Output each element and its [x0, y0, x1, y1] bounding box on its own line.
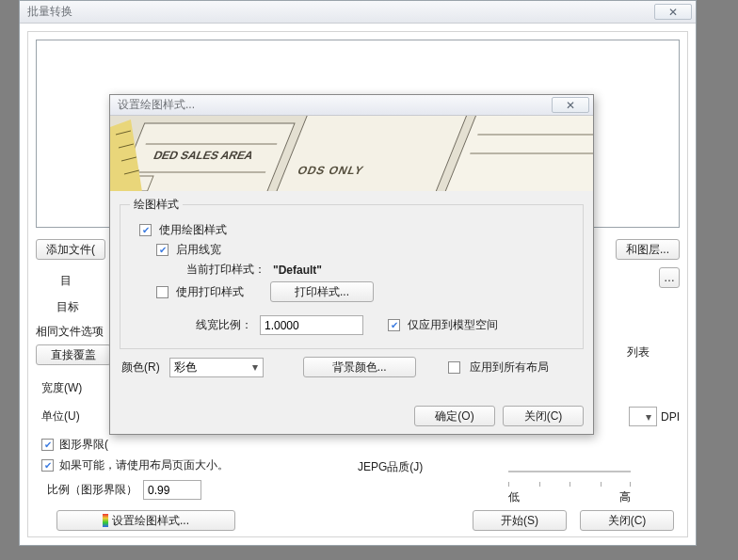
- batch-convert-title: 批量转换: [27, 4, 654, 20]
- apply-all-layouts-checkbox[interactable]: [448, 361, 460, 374]
- print-style-button[interactable]: 打印样式...: [270, 281, 374, 302]
- plot-styles-close-button[interactable]: ✕: [552, 97, 589, 113]
- set-plot-styles-label: 设置绘图样式...: [112, 513, 189, 529]
- set-plot-styles-button[interactable]: 设置绘图样式...: [56, 510, 235, 531]
- dpi-label: DPI: [661, 410, 680, 424]
- width-label: 宽度(W): [41, 380, 82, 396]
- layers-button[interactable]: 和图层...: [616, 239, 680, 260]
- apply-model-only-label: 仅应用到模型空间: [408, 317, 498, 333]
- color-select[interactable]: 彩色: [169, 358, 264, 377]
- jpeg-high-label: 高: [619, 489, 631, 505]
- enable-linewidth-checkbox[interactable]: [156, 244, 168, 256]
- same-file-options-label: 相同文件选项: [36, 324, 104, 340]
- batch-convert-titlebar: 批量转换 ✕: [20, 1, 696, 24]
- linewidth-ratio-input[interactable]: 1.0000: [260, 315, 363, 335]
- start-button[interactable]: 开始(S): [473, 510, 567, 531]
- close-button-bc[interactable]: 关闭(C): [580, 510, 674, 531]
- plot-style-group-legend: 绘图样式: [130, 197, 183, 213]
- close-icon: ✕: [566, 99, 575, 112]
- plot-style-group: 绘图样式 使用绘图样式 启用线宽 当前打印样式： "Default" 使用打印样…: [120, 197, 584, 349]
- use-layout-size-label: 如果可能，请使用布局页面大小。: [59, 457, 229, 473]
- direct-overwrite-button[interactable]: 直接覆盖: [36, 344, 111, 365]
- current-print-style-value: "Default": [273, 264, 322, 277]
- scale-label: 比例（图形界限）: [47, 482, 137, 498]
- plot-styles-banner: DED SALES AREA ODS ONLY: [110, 116, 593, 191]
- list-label: 列表: [627, 344, 650, 360]
- extent-label: 图形界限(: [59, 437, 108, 453]
- svg-rect-2: [273, 116, 469, 191]
- target-label-1: 目: [60, 273, 72, 289]
- jpeg-low-label: 低: [508, 489, 520, 505]
- enable-linewidth-label: 启用线宽: [176, 242, 221, 258]
- use-plot-styles-checkbox[interactable]: [139, 224, 152, 236]
- plot-styles-title: 设置绘图样式...: [118, 97, 552, 113]
- jpeg-quality-slider[interactable]: [508, 461, 631, 482]
- color-label: 颜色(R): [121, 360, 160, 376]
- plot-styles-dialog: 设置绘图样式... ✕ DED SALES AREA ODS ONLY: [109, 94, 594, 435]
- linewidth-ratio-label: 线宽比例：: [186, 317, 252, 333]
- jpeg-quality-label: JEPG品质(J): [358, 459, 423, 475]
- use-plot-styles-label: 使用绘图样式: [159, 222, 227, 238]
- rainbow-icon: [103, 514, 108, 527]
- ok-button[interactable]: 确定(O): [414, 406, 495, 426]
- use-print-style-checkbox[interactable]: [156, 286, 168, 298]
- banner-illustration: DED SALES AREA ODS ONLY: [110, 116, 593, 191]
- close-icon: ✕: [668, 6, 678, 19]
- scale-input[interactable]: 0.99: [143, 480, 201, 500]
- batch-convert-close-button[interactable]: ✕: [654, 4, 692, 20]
- browse-button[interactable]: …: [659, 267, 680, 288]
- unit-select[interactable]: [629, 407, 657, 426]
- svg-text:ODS  ONLY: ODS ONLY: [296, 164, 366, 176]
- svg-text:DED SALES AREA: DED SALES AREA: [152, 149, 255, 161]
- ellipsis-icon: …: [664, 271, 675, 284]
- target-label-2: 目标: [56, 299, 79, 315]
- plot-styles-body: 绘图样式 使用绘图样式 启用线宽 当前打印样式： "Default" 使用打印样…: [110, 191, 593, 434]
- plot-styles-titlebar: 设置绘图样式... ✕: [110, 95, 593, 116]
- use-layout-size-checkbox[interactable]: [41, 459, 54, 472]
- use-print-style-label: 使用打印样式: [176, 284, 263, 300]
- apply-model-only-checkbox[interactable]: [388, 319, 400, 331]
- background-color-button[interactable]: 背景颜色...: [303, 357, 416, 377]
- unit-label: 单位(U): [41, 408, 80, 424]
- close-button-ps[interactable]: 关闭(C): [503, 406, 584, 426]
- apply-all-layouts-label: 应用到所有布局: [470, 360, 549, 376]
- add-files-button[interactable]: 添加文件(: [36, 239, 105, 260]
- current-print-style-label: 当前打印样式：: [186, 262, 265, 278]
- extent-checkbox[interactable]: [41, 439, 54, 451]
